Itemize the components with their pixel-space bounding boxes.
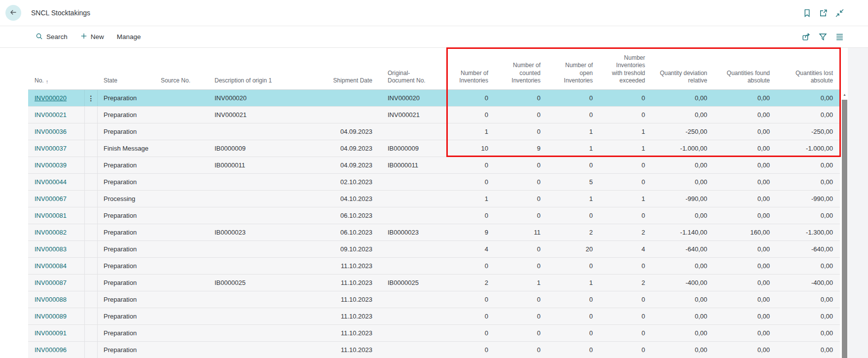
- column-header-qty-lost[interactable]: Quantities lost absolute: [773, 48, 836, 89]
- cell-qty-lost: 0,00: [773, 296, 836, 303]
- record-link[interactable]: INV000089: [35, 313, 67, 320]
- cell-qty-found: 0,00: [711, 279, 773, 286]
- cell-num-counted: 0: [492, 346, 544, 354]
- record-link[interactable]: INV000096: [35, 346, 67, 354]
- record-link[interactable]: INV000021: [35, 111, 67, 119]
- cell-num-threshold: 0: [596, 329, 649, 337]
- cell-row-options: [85, 191, 98, 207]
- record-link[interactable]: INV000091: [35, 329, 67, 337]
- table-row[interactable]: INV000067 Processing 04.10.2023 1 0 1 1 …: [28, 191, 840, 207]
- table-row[interactable]: INV000081 Preparation 06.10.2023 0 0 0 0…: [28, 207, 840, 224]
- cell-num-open: 0: [544, 94, 596, 102]
- cell-shipment-date: 02.10.2023: [281, 178, 375, 186]
- cell-num-threshold: 4: [596, 245, 649, 253]
- record-link[interactable]: INV000020: [35, 94, 67, 102]
- cell-num-counted: 0: [492, 161, 544, 169]
- column-header-state[interactable]: State: [98, 48, 153, 89]
- cell-num-counted: 1: [492, 279, 544, 286]
- cell-no: INV000037: [28, 140, 85, 157]
- table-row[interactable]: INV000096 Preparation 11.10.2023 0 0 0 0…: [28, 342, 840, 358]
- bookmark-icon: [802, 8, 812, 18]
- record-link[interactable]: INV000088: [35, 296, 67, 303]
- cell-qty-lost: -400,00: [773, 279, 836, 286]
- column-header-qty-found[interactable]: Quantities found absolute: [711, 48, 773, 89]
- column-header-source-no[interactable]: Source No.: [153, 48, 210, 89]
- cell-row-options: [85, 157, 98, 173]
- record-link[interactable]: INV000083: [35, 245, 67, 253]
- vertical-scrollbar[interactable]: ▲: [841, 90, 848, 358]
- cell-qty-lost: 0,00: [773, 329, 836, 337]
- cell-qty-deviation: -640,00: [649, 245, 711, 253]
- record-link[interactable]: INV000087: [35, 279, 67, 286]
- column-header-original-doc-no[interactable]: Original- Document No.: [375, 48, 446, 89]
- filter-button[interactable]: [818, 32, 828, 41]
- cell-no: INV000067: [28, 191, 85, 207]
- record-link[interactable]: INV000081: [35, 212, 67, 219]
- cell-no: INV000083: [28, 241, 85, 257]
- bookmark-button[interactable]: [802, 8, 812, 18]
- open-in-new-window-icon: [819, 8, 828, 18]
- record-link[interactable]: INV000084: [35, 262, 67, 270]
- view-options-button[interactable]: [835, 32, 844, 41]
- table-row[interactable]: INV000021 Preparation INV000021 INV00002…: [28, 107, 840, 123]
- table-row[interactable]: INV000082 Preparation IB0000023 06.10.20…: [28, 224, 840, 241]
- table-row[interactable]: INV000044 Preparation 02.10.2023 0 0 5 0…: [28, 174, 840, 191]
- cell-no: INV000087: [28, 275, 85, 291]
- open-in-new-window-button[interactable]: [819, 8, 828, 18]
- cell-state: Processing: [98, 195, 153, 202]
- cell-row-options: [85, 123, 98, 140]
- cell-qty-deviation: 0,00: [649, 262, 711, 270]
- table-row[interactable]: INV000020 ⋮ Preparation INV000020 INV000…: [28, 90, 840, 107]
- cell-no: INV000021: [28, 107, 85, 123]
- table-row[interactable]: INV000083 Preparation 09.10.2023 4 0 20 …: [28, 241, 840, 258]
- cell-qty-lost: 0,00: [773, 346, 836, 354]
- column-header-description[interactable]: Description of origin 1: [210, 48, 281, 89]
- column-header-num-open[interactable]: Number of open Inventories: [544, 48, 596, 89]
- manage-button[interactable]: Manage: [117, 33, 141, 40]
- scrollbar-thumb[interactable]: [842, 100, 847, 358]
- collapse-button[interactable]: [835, 8, 844, 18]
- action-toolbar: Search New Manage: [0, 26, 868, 48]
- column-header-num-threshold[interactable]: Number Inventories with treshold exceede…: [596, 48, 649, 89]
- record-link[interactable]: INV000044: [35, 178, 67, 186]
- column-header-num-counted[interactable]: Number of counted Inventories: [492, 48, 544, 89]
- page-title: SNCL Stocktakings: [31, 9, 90, 17]
- cell-num-open: 5: [544, 178, 596, 186]
- cell-num-counted: 0: [492, 94, 544, 102]
- column-header-num-inventories[interactable]: Number of Inventories: [446, 48, 492, 89]
- search-button[interactable]: Search: [36, 33, 68, 41]
- cell-num-inventories: 1: [446, 128, 492, 135]
- record-link[interactable]: INV000039: [35, 161, 67, 169]
- manage-label: Manage: [117, 33, 141, 40]
- cell-qty-found: 0,00: [711, 145, 773, 152]
- cell-state: Finish Message: [98, 145, 153, 152]
- stocktakings-table: No. ↑ State Source No. Description of or…: [28, 48, 840, 358]
- cell-row-options: [85, 140, 98, 157]
- cell-num-threshold: 1: [596, 195, 649, 202]
- column-header-qty-deviation[interactable]: Quantity deviation relative: [649, 48, 711, 89]
- cell-shipment-date: 11.10.2023: [281, 296, 375, 303]
- table-row[interactable]: INV000087 Preparation IB0000025 11.10.20…: [28, 275, 840, 291]
- share-button[interactable]: [801, 32, 811, 41]
- cell-no: INV000020: [28, 90, 85, 106]
- column-header-shipment-date[interactable]: Shipment Date: [281, 48, 375, 89]
- back-button[interactable]: [5, 5, 21, 21]
- table-row[interactable]: INV000036 Preparation 04.09.2023 1 0 1 1…: [28, 123, 840, 140]
- table-row[interactable]: INV000084 Preparation 11.10.2023 0 0 0 0…: [28, 258, 840, 275]
- row-options-icon[interactable]: ⋮: [88, 94, 95, 102]
- record-link[interactable]: INV000036: [35, 128, 67, 135]
- record-link[interactable]: INV000082: [35, 229, 67, 236]
- table-row[interactable]: INV000089 Preparation 11.10.2023 0 0 0 0…: [28, 308, 840, 325]
- table-row[interactable]: INV000088 Preparation 11.10.2023 0 0 0 0…: [28, 291, 840, 308]
- new-button[interactable]: New: [80, 33, 104, 41]
- scroll-up-button[interactable]: ▲: [841, 90, 848, 99]
- record-link[interactable]: INV000037: [35, 145, 67, 152]
- record-link[interactable]: INV000067: [35, 195, 67, 202]
- cell-qty-deviation: 0,00: [649, 296, 711, 303]
- cell-state: Preparation: [98, 178, 153, 186]
- table-row[interactable]: INV000039 Preparation IB0000011 04.09.20…: [28, 157, 840, 174]
- cell-qty-found: 0,00: [711, 296, 773, 303]
- table-row[interactable]: INV000091 Preparation 11.10.2023 0 0 0 0…: [28, 325, 840, 342]
- column-header-no[interactable]: No. ↑: [28, 48, 85, 89]
- table-row[interactable]: INV000037 Finish Message IB0000009 04.09…: [28, 140, 840, 157]
